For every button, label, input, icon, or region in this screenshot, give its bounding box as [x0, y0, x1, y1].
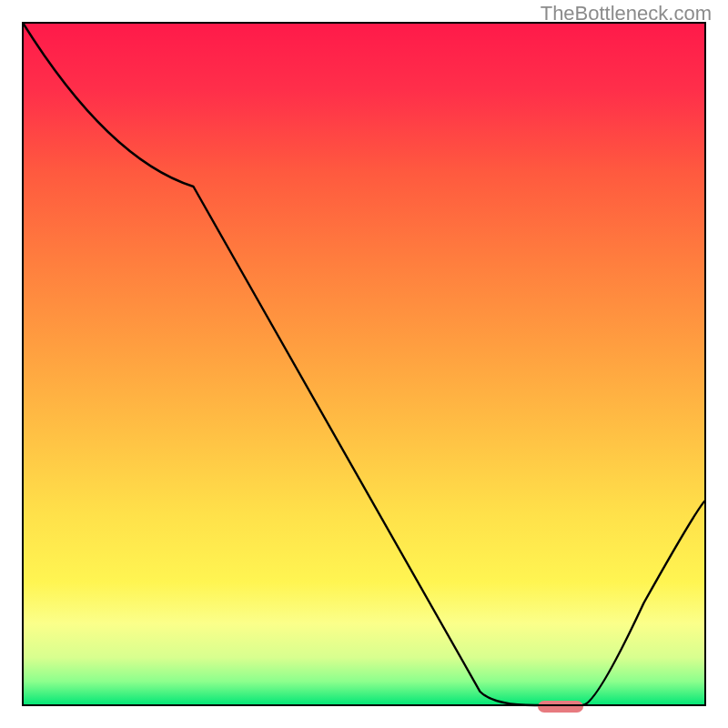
chart-container: { "attribution": "TheBottleneck.com", "g…: [0, 0, 728, 728]
optimal-marker: [538, 701, 583, 713]
site-attribution: TheBottleneck.com: [541, 2, 712, 25]
gradient-plot-area: [23, 23, 705, 705]
bottleneck-chart: [0, 0, 728, 728]
